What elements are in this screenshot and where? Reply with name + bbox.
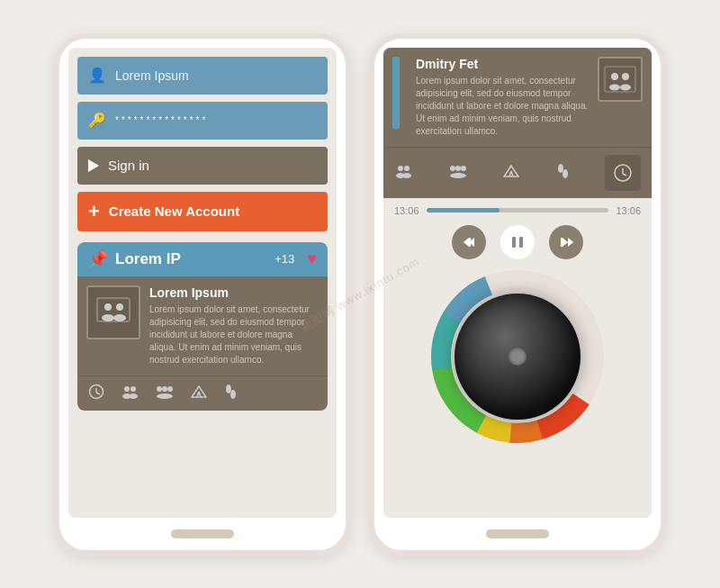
clock-icon — [88, 384, 104, 403]
svg-point-8 — [124, 386, 130, 392]
card-image — [86, 285, 140, 339]
dial-speaker — [428, 267, 608, 447]
password-value: *************** — [115, 115, 208, 125]
people-icon — [95, 294, 131, 330]
rewind-button[interactable] — [452, 225, 486, 259]
left-phone: 👤 Lorem Ipsum 🔑 *************** Sign in … — [54, 33, 351, 556]
svg-point-14 — [167, 386, 173, 392]
svg-point-37 — [558, 164, 563, 173]
svg-point-29 — [402, 173, 411, 178]
svg-point-25 — [620, 84, 631, 90]
lorem-ip-card: 📌 Lorem IP +13 ♥ — [77, 242, 328, 411]
people-small-icon — [121, 384, 139, 403]
card-body: Lorem Ipsum Lorem ipsum dolor sit amet, … — [77, 276, 328, 375]
right-top-card: Dmitry Fet Lorem ipsum dolor sit amet, c… — [383, 48, 652, 147]
player-section: 13:06 13:06 — [383, 198, 652, 518]
time-end: 13:06 — [616, 205, 641, 216]
svg-point-2 — [102, 314, 114, 321]
svg-point-24 — [622, 73, 629, 80]
svg-point-31 — [455, 166, 461, 171]
speaker — [454, 294, 580, 420]
svg-rect-46 — [519, 237, 523, 248]
player-controls — [452, 225, 583, 259]
svg-marker-34 — [504, 166, 518, 176]
right-card-desc: Lorem ipsum dolor sit amet, consectetur … — [416, 75, 589, 138]
signin-label: Sign in — [108, 158, 149, 173]
card-title: Lorem IP — [115, 250, 267, 268]
right-tent-icon — [503, 164, 519, 182]
svg-line-41 — [623, 174, 626, 176]
username-input-row[interactable]: 👤 Lorem Ipsum — [77, 57, 328, 95]
svg-marker-16 — [192, 386, 206, 397]
svg-point-38 — [562, 169, 568, 178]
svg-point-15 — [157, 394, 173, 399]
player-time-row: 13:06 13:06 — [394, 205, 641, 216]
svg-line-7 — [96, 393, 100, 394]
svg-point-22 — [611, 73, 618, 80]
svg-point-4 — [113, 314, 126, 321]
svg-marker-42 — [464, 238, 469, 247]
right-phone: Dmitry Fet Lorem ipsum dolor sit amet, c… — [369, 33, 666, 556]
forward-button[interactable] — [549, 225, 583, 259]
right-card-name: Dmitry Fet — [416, 57, 589, 71]
arrow-icon — [88, 159, 99, 172]
svg-point-32 — [461, 166, 466, 171]
user-icon: 👤 — [88, 67, 106, 84]
left-home-bar — [59, 518, 346, 550]
card-header: 📌 Lorem IP +13 ♥ — [77, 242, 328, 276]
username-value: Lorem Ipsum — [115, 68, 189, 83]
group-icon — [155, 384, 175, 403]
home-bar-indicator — [171, 529, 234, 538]
card-icons-row — [77, 375, 328, 411]
svg-point-28 — [404, 166, 410, 171]
home-bar-indicator-right — [486, 529, 549, 538]
left-screen: 👤 Lorem Ipsum 🔑 *************** Sign in … — [68, 48, 337, 518]
right-group-icon — [448, 164, 468, 182]
progress-bar[interactable] — [427, 208, 609, 213]
right-clock-box — [605, 155, 641, 191]
pause-button[interactable] — [500, 225, 535, 259]
svg-point-11 — [129, 394, 138, 399]
svg-line-36 — [511, 171, 513, 176]
time-start: 13:06 — [394, 205, 419, 216]
svg-point-12 — [157, 386, 162, 392]
svg-rect-45 — [512, 237, 516, 248]
create-account-button[interactable]: + Create New Account — [77, 192, 328, 231]
right-footprint-icon — [555, 163, 570, 183]
svg-marker-49 — [568, 238, 573, 247]
progress-fill — [427, 208, 500, 213]
right-avatar — [598, 57, 643, 102]
right-card-content: Dmitry Fet Lorem ipsum dolor sit amet, c… — [409, 57, 589, 138]
right-people1-icon — [394, 164, 412, 182]
footprint-icon — [223, 384, 238, 403]
heart-icon[interactable]: ♥ — [307, 249, 317, 268]
card-text: Lorem Ipsum Lorem ipsum dolor sit amet, … — [149, 285, 319, 366]
svg-point-33 — [450, 173, 466, 178]
right-home-bar — [374, 518, 661, 550]
password-input-row[interactable]: 🔑 *************** — [77, 102, 328, 140]
svg-point-23 — [609, 84, 620, 90]
svg-point-1 — [104, 303, 112, 311]
svg-point-30 — [450, 166, 455, 171]
svg-point-19 — [226, 384, 231, 394]
plus-icon: + — [88, 202, 100, 222]
right-icons-row — [383, 147, 652, 198]
card-count: +13 — [274, 252, 294, 266]
svg-point-20 — [230, 390, 236, 399]
card-body-name: Lorem Ipsum — [149, 285, 319, 300]
svg-point-26 — [398, 166, 403, 171]
svg-point-10 — [130, 386, 136, 392]
card-body-desc: Lorem ipsum dolor sit amet, consectetur … — [149, 303, 319, 366]
svg-rect-47 — [561, 238, 562, 247]
tent-icon — [191, 384, 207, 403]
svg-rect-21 — [605, 67, 635, 92]
clip-icon: 📌 — [88, 249, 108, 269]
right-screen: Dmitry Fet Lorem ipsum dolor sit amet, c… — [383, 48, 652, 518]
blue-bar — [392, 57, 400, 129]
create-account-label: Create New Account — [109, 204, 239, 219]
speaker-center — [508, 348, 526, 366]
svg-point-13 — [162, 386, 167, 392]
svg-line-18 — [199, 392, 201, 397]
signin-button[interactable]: Sign in — [77, 147, 328, 185]
svg-marker-48 — [562, 238, 568, 247]
